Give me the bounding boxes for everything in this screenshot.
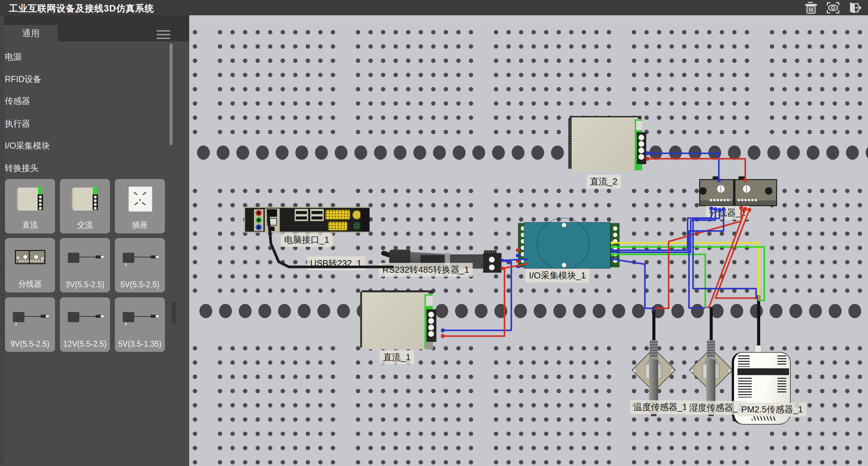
palette-item-5v[interactable]: 5V(5.5-2.5)	[115, 238, 165, 292]
tab-general[interactable]: 通用	[4, 25, 58, 41]
trash-icon	[804, 1, 819, 15]
dc-power-icon	[5, 181, 55, 219]
io-terminal-right	[610, 223, 619, 267]
exit-door-icon	[847, 1, 863, 15]
palette-item-3v[interactable]: 3V(5.5-2.5)	[60, 238, 110, 292]
vga-port	[328, 221, 348, 231]
sidebar-item-sensor[interactable]: 传感器	[5, 93, 147, 109]
serial-port	[325, 210, 350, 220]
delete-button[interactable]	[803, 1, 820, 15]
label-pc: 电脑接口_1	[281, 233, 333, 247]
palette-item-splitter[interactable]: 分线器	[5, 238, 55, 292]
label-rs485: RS232转485转换器_1	[379, 263, 473, 277]
device-splitter[interactable]	[699, 176, 777, 207]
app-title: 工业互联网设备及接线3D仿真系统	[9, 2, 154, 15]
palette-item-ac[interactable]: 交流	[60, 179, 110, 233]
sidebar-item-io-module[interactable]: I/O采集模块	[5, 137, 147, 154]
sidebar-item-adapter[interactable]: 转换接头	[5, 160, 147, 176]
palette-item-socket[interactable]: 插座	[115, 179, 165, 233]
splitter-icon	[5, 240, 55, 278]
exit-button[interactable]	[846, 1, 863, 15]
palette-item-9v[interactable]: 9V(5.5-2.5)	[5, 297, 55, 352]
sidebar-item-power[interactable]: 电源	[5, 48, 147, 65]
sidebar: 通用 电源 RFID设备 传感器 执行器 I/O采集模块 转换接头 直流 交流 …	[0, 15, 189, 466]
top-bar: 工业互联网设备及接线3D仿真系统	[0, 0, 868, 15]
usb-ports	[310, 209, 324, 221]
view-focus-eye-icon	[825, 1, 841, 15]
socket-icon	[115, 181, 165, 219]
power-adapter-icon	[5, 300, 55, 337]
sidebar-item-rfid[interactable]: RFID设备	[5, 71, 147, 87]
device-dc-power-1[interactable]	[359, 288, 440, 353]
usb-ports	[295, 209, 308, 221]
palette-item-5v-135[interactable]: 5V(3.5-1.35)	[115, 297, 165, 352]
palette-scrollbar[interactable]	[172, 302, 176, 324]
device-dc-power-2[interactable]	[566, 114, 648, 175]
palette-item-dc[interactable]: 直流	[5, 179, 55, 233]
sidebar-edge-texture	[0, 15, 4, 466]
power-adapter-icon	[115, 300, 165, 337]
label-dc2: 直流_2	[587, 175, 621, 189]
power-adapter-icon	[115, 240, 165, 278]
topbar-actions	[803, 1, 863, 15]
device-io-module[interactable]	[518, 221, 620, 269]
label-dc1: 直流_1	[380, 350, 414, 364]
menu-scrollbar[interactable]	[170, 43, 173, 145]
power-adapter-icon	[60, 240, 110, 278]
ac-power-icon	[60, 181, 110, 219]
menu-hamburger-icon[interactable]	[157, 30, 170, 40]
power-adapter-icon	[60, 300, 110, 337]
sidebar-item-actuator[interactable]: 执行器	[5, 115, 147, 132]
view-reset-button[interactable]	[825, 1, 842, 15]
label-temp: 温度传感器_1	[630, 400, 691, 414]
label-pm25: PM2.5传感器_1	[738, 403, 806, 416]
device-pc-interface[interactable]	[244, 207, 370, 233]
label-io: I/O采集模块_1	[526, 269, 589, 283]
label-usb232: USB转232_1	[307, 256, 365, 270]
label-splitter: 分线器_1	[706, 206, 749, 220]
label-humi: 湿度传感器_1	[686, 401, 746, 415]
palette-item-12v[interactable]: 12V(5.5-2.5)	[60, 297, 110, 352]
